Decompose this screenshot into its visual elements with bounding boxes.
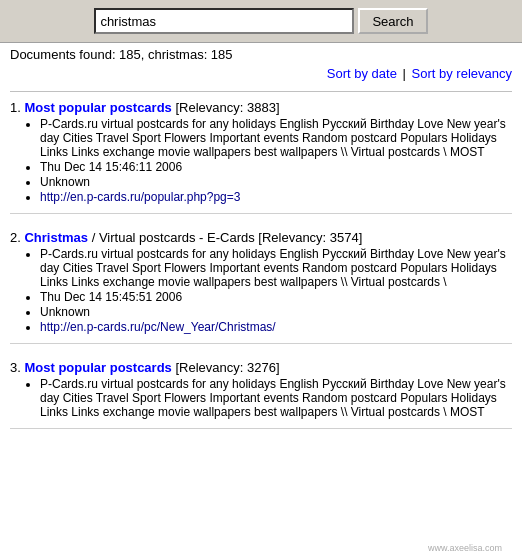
- top-divider: [10, 91, 512, 92]
- search-input[interactable]: [94, 8, 354, 34]
- result-item: 3. Most popular postcards [Relevancy: 32…: [10, 360, 512, 429]
- docs-found-label: Documents found: 185, christmas: 185: [10, 47, 233, 62]
- result-relevancy: [Relevancy: 3574]: [255, 230, 363, 245]
- result-url: http://en.p-cards.ru/popular.php?pg=3: [40, 190, 512, 204]
- result-details-list: P-Cards.ru virtual postcards for any hol…: [10, 247, 512, 334]
- sort-bar: Sort by date | Sort by relevancy: [0, 64, 522, 87]
- search-button[interactable]: Search: [358, 8, 427, 34]
- result-details-list: P-Cards.ru virtual postcards for any hol…: [10, 117, 512, 204]
- results-list: 1. Most popular postcards [Relevancy: 38…: [0, 96, 522, 449]
- result-title-suffix: / Virtual postcards - E-Cards: [88, 230, 255, 245]
- result-title-link[interactable]: Christmas: [24, 230, 88, 245]
- result-url: http://en.p-cards.ru/pc/New_Year/Christm…: [40, 320, 512, 334]
- result-number: 1.: [10, 100, 24, 115]
- result-title-line: 3. Most popular postcards [Relevancy: 32…: [10, 360, 512, 375]
- result-url-link[interactable]: http://en.p-cards.ru/pc/New_Year/Christm…: [40, 320, 276, 334]
- result-author: Unknown: [40, 305, 512, 319]
- result-date: Thu Dec 14 15:46:11 2006: [40, 160, 512, 174]
- result-title-line: 1. Most popular postcards [Relevancy: 38…: [10, 100, 512, 115]
- sort-by-date-link[interactable]: Sort by date: [327, 66, 397, 81]
- result-title-wrapper: Most popular postcards: [24, 100, 171, 115]
- result-title-link[interactable]: Most popular postcards: [24, 100, 171, 115]
- result-item: 1. Most popular postcards [Relevancy: 38…: [10, 100, 512, 214]
- result-number: 3.: [10, 360, 24, 375]
- search-bar: Search: [0, 0, 522, 43]
- result-number: 2.: [10, 230, 24, 245]
- result-title-link[interactable]: Most popular postcards: [24, 360, 171, 375]
- result-description: P-Cards.ru virtual postcards for any hol…: [40, 247, 512, 289]
- sort-by-relevancy-link[interactable]: Sort by relevancy: [412, 66, 512, 81]
- docs-found-text: Documents found: 185, christmas: 185: [0, 43, 522, 64]
- result-description: P-Cards.ru virtual postcards for any hol…: [40, 117, 512, 159]
- result-date: Thu Dec 14 15:45:51 2006: [40, 290, 512, 304]
- result-title-wrapper: Most popular postcards: [24, 360, 171, 375]
- watermark: www.axeelisa.com: [428, 543, 502, 553]
- sort-separator: |: [403, 66, 406, 81]
- result-author: Unknown: [40, 175, 512, 189]
- result-relevancy: [Relevancy: 3883]: [172, 100, 280, 115]
- result-description: P-Cards.ru virtual postcards for any hol…: [40, 377, 512, 419]
- result-relevancy: [Relevancy: 3276]: [172, 360, 280, 375]
- result-title-wrapper: Christmas / Virtual postcards - E-Cards: [24, 230, 254, 245]
- result-url-link[interactable]: http://en.p-cards.ru/popular.php?pg=3: [40, 190, 240, 204]
- result-title-line: 2. Christmas / Virtual postcards - E-Car…: [10, 230, 512, 245]
- result-item: 2. Christmas / Virtual postcards - E-Car…: [10, 230, 512, 344]
- result-details-list: P-Cards.ru virtual postcards for any hol…: [10, 377, 512, 419]
